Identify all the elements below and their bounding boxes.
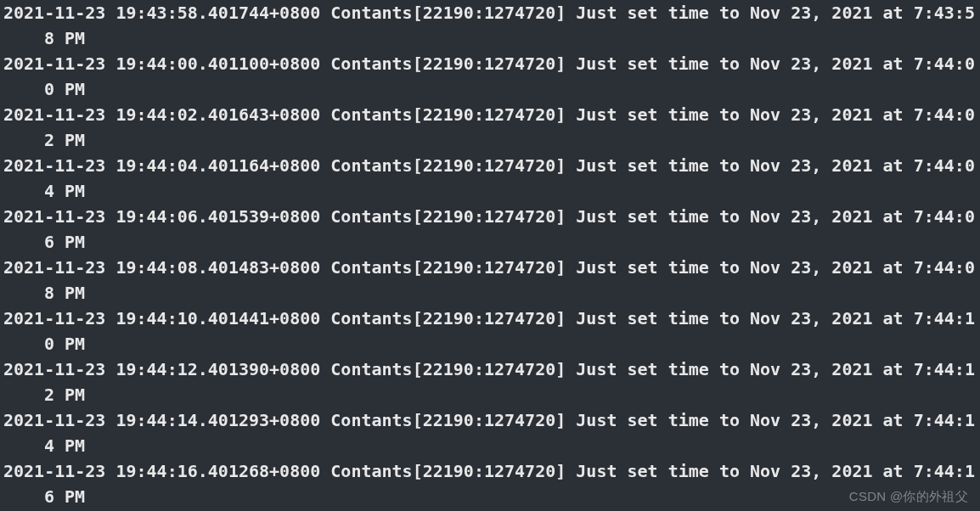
log-process: Contants[22190:1274720] xyxy=(330,410,566,430)
log-timestamp: 2021-11-23 19:44:16.401268+0800 xyxy=(3,461,320,481)
log-process: Contants[22190:1274720] xyxy=(330,257,566,278)
log-timestamp: 2021-11-23 19:44:04.401164+0800 xyxy=(3,155,320,176)
log-process: Contants[22190:1274720] xyxy=(330,53,566,74)
log-line: 2021-11-23 19:44:12.401390+0800 Contants… xyxy=(3,357,980,407)
log-line: 2021-11-23 19:44:06.401539+0800 Contants… xyxy=(3,204,980,255)
log-line: 2021-11-23 19:44:16.401268+0800 Contants… xyxy=(3,458,980,509)
log-timestamp: 2021-11-23 19:44:02.401643+0800 xyxy=(3,104,320,125)
log-timestamp: 2021-11-23 19:44:10.401441+0800 xyxy=(3,308,320,328)
log-timestamp: 2021-11-23 19:44:06.401539+0800 xyxy=(3,206,320,227)
watermark-text: CSDN @你的外祖父 xyxy=(849,487,968,507)
debug-console[interactable]: 2021-11-23 19:43:58.401744+0800 Contants… xyxy=(0,0,980,509)
log-timestamp: 2021-11-23 19:43:58.401744+0800 xyxy=(3,3,320,23)
log-process: Contants[22190:1274720] xyxy=(330,308,566,328)
log-line: 2021-11-23 19:44:00.401100+0800 Contants… xyxy=(3,51,980,102)
log-line: 2021-11-23 19:44:08.401483+0800 Contants… xyxy=(3,255,980,306)
log-timestamp: 2021-11-23 19:44:08.401483+0800 xyxy=(3,257,320,278)
log-line: 2021-11-23 19:44:04.401164+0800 Contants… xyxy=(3,153,980,204)
log-process: Contants[22190:1274720] xyxy=(330,206,566,227)
log-line: 2021-11-23 19:44:10.401441+0800 Contants… xyxy=(3,306,980,357)
log-timestamp: 2021-11-23 19:44:12.401390+0800 xyxy=(3,359,320,379)
log-timestamp: 2021-11-23 19:44:14.401293+0800 xyxy=(3,410,320,430)
log-process: Contants[22190:1274720] xyxy=(330,461,566,481)
log-process: Contants[22190:1274720] xyxy=(330,104,566,125)
log-line: 2021-11-23 19:44:02.401643+0800 Contants… xyxy=(3,102,980,153)
log-process: Contants[22190:1274720] xyxy=(330,359,566,379)
log-process: Contants[22190:1274720] xyxy=(330,3,566,23)
log-process: Contants[22190:1274720] xyxy=(330,155,566,176)
log-line: 2021-11-23 19:44:14.401293+0800 Contants… xyxy=(3,407,980,458)
log-line: 2021-11-23 19:43:58.401744+0800 Contants… xyxy=(3,0,980,51)
log-timestamp: 2021-11-23 19:44:00.401100+0800 xyxy=(3,53,320,74)
